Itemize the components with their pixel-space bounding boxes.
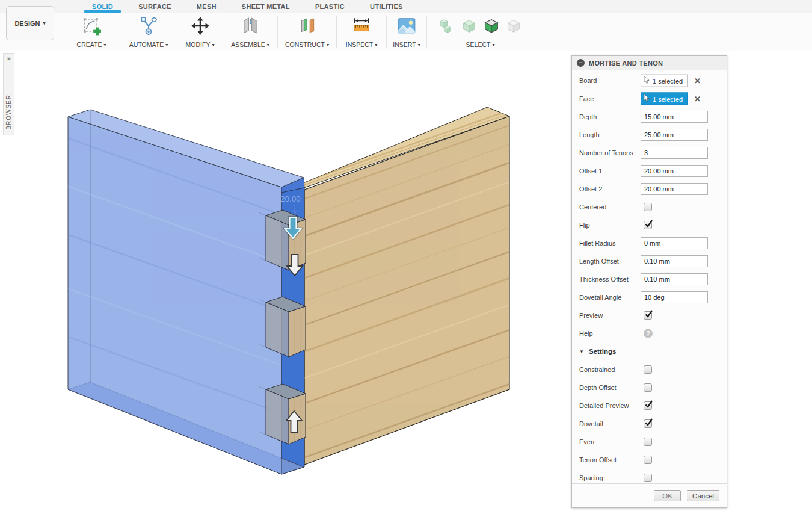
preview-label: Preview: [579, 312, 603, 319]
dovetail-angle-input[interactable]: [641, 291, 708, 303]
select-cube-light-icon[interactable]: [460, 16, 478, 36]
dropdown-caret-icon: ▾: [492, 42, 494, 48]
thickness-offset-label: Thickness Offset: [579, 276, 629, 283]
tab-utilities[interactable]: UTILITIES: [357, 0, 416, 13]
tab-solid[interactable]: SOLID: [79, 0, 126, 13]
face-selection-button[interactable]: 1 selected: [641, 93, 688, 105]
even-checkbox[interactable]: [644, 438, 652, 446]
detailed-preview-checkbox[interactable]: [644, 401, 652, 410]
tenon-board[interactable]: [277, 107, 523, 489]
dialog-row-offset-1: Offset 1: [572, 162, 727, 180]
inspect-label: INSPECT: [346, 41, 374, 48]
modify-label: MODIFY: [186, 41, 211, 48]
select-menu-button[interactable]: SELECT▾: [466, 41, 495, 48]
select-cube-pale-icon[interactable]: [505, 16, 523, 36]
number-of-tenons-input[interactable]: [641, 147, 708, 159]
select-cube-green-icon[interactable]: [482, 16, 500, 36]
inspect-icon[interactable]: [351, 16, 372, 36]
flip-checkbox[interactable]: [644, 221, 652, 229]
fillet-radius-input[interactable]: [641, 237, 708, 249]
insert-label: INSERT: [393, 41, 416, 48]
detailed-preview-label: Detailed Preview: [579, 402, 629, 409]
spacing-checkbox[interactable]: [644, 474, 652, 482]
dovetail-checkbox[interactable]: [644, 419, 652, 428]
browser-panel[interactable]: » BROWSER: [3, 53, 14, 135]
thickness-offset-input[interactable]: [641, 273, 708, 285]
insert-icon[interactable]: [396, 16, 417, 36]
tab-sheet-metal[interactable]: SHEET METAL: [229, 0, 303, 13]
depth-offset-checkbox[interactable]: [644, 383, 652, 392]
modify-menu-button[interactable]: MODIFY▾: [186, 41, 215, 48]
dialog-row-even: Even: [572, 433, 727, 451]
viewport-3d[interactable]: 20.00: [0, 51, 812, 517]
top-toolbar: SOLIDSURFACEMESHSHEET METALPLASTICUTILIT…: [0, 0, 812, 51]
tab-plastic[interactable]: PLASTIC: [303, 0, 357, 13]
section-collapse-icon[interactable]: ▼: [579, 349, 584, 354]
offset-1-label: Offset 1: [579, 167, 602, 175]
toolbar-group-assemble: ASSEMBLE▾: [223, 13, 277, 51]
assemble-menu-button[interactable]: ASSEMBLE▾: [231, 41, 269, 48]
dialog-row-thickness-offset: Thickness Offset: [572, 270, 727, 288]
tenon-offset-checkbox[interactable]: [644, 456, 652, 464]
tenon-previews[interactable]: [259, 210, 306, 444]
fillet-radius-label: Fillet Radius: [579, 240, 616, 247]
tab-mesh[interactable]: MESH: [184, 0, 229, 13]
board-selection-button[interactable]: 1 selected: [641, 75, 688, 87]
assemble-icon[interactable]: [240, 16, 260, 36]
depth-input[interactable]: [641, 111, 708, 123]
workspace-tabs: SOLIDSURFACEMESHSHEET METALPLASTICUTILIT…: [0, 0, 812, 13]
dialog-row-detailed-preview: Detailed Preview: [572, 397, 727, 415]
preview-checkbox[interactable]: [644, 311, 652, 320]
insert-menu-button[interactable]: INSERT▾: [393, 41, 420, 48]
select-bodies-icon[interactable]: [438, 16, 456, 36]
ok-button[interactable]: OK: [654, 490, 681, 501]
board-label: Board: [579, 77, 597, 84]
dropdown-caret-icon: ▾: [165, 42, 168, 48]
dialog-footer: OK Cancel: [572, 483, 727, 507]
design-menu-button[interactable]: DESIGN ▾: [6, 6, 54, 40]
centered-label: Centered: [579, 203, 606, 211]
centered-checkbox[interactable]: [644, 203, 652, 211]
dovetail-angle-label: Dovetail Angle: [579, 294, 621, 301]
construct-menu-button[interactable]: CONSTRUCT▾: [285, 41, 329, 48]
dropdown-caret-icon: ▾: [212, 42, 214, 48]
dialog-row-offset-2: Offset 2: [572, 180, 727, 198]
create-icon[interactable]: [81, 16, 102, 36]
offset-1-input[interactable]: [641, 165, 708, 177]
create-label: CREATE: [77, 41, 102, 48]
toolbar-group-insert: INSERT▾: [387, 13, 426, 51]
even-label: Even: [579, 438, 594, 445]
chevrons-right-icon[interactable]: »: [7, 55, 10, 62]
modify-icon[interactable]: [190, 16, 211, 36]
spacing-label: Spacing: [579, 474, 603, 481]
tab-surface[interactable]: SURFACE: [126, 0, 184, 13]
create-menu-button[interactable]: CREATE▾: [77, 41, 106, 48]
toolbar-group-inspect: INSPECT▾: [337, 13, 386, 51]
constrained-checkbox[interactable]: [644, 365, 652, 374]
toolbar-group-modify: MODIFY▾: [177, 13, 223, 51]
dialog-row-constrained: Constrained: [572, 361, 727, 379]
face-clear-button[interactable]: ✕: [694, 95, 701, 103]
dialog-row-depth-offset: Depth Offset: [572, 379, 727, 397]
settings-label: Settings: [589, 348, 616, 355]
dialog-header[interactable]: − MORTISE AND TENON: [572, 56, 727, 70]
dropdown-caret-icon: ▾: [103, 42, 106, 48]
depth-label: Depth: [579, 113, 597, 120]
dropdown-caret-icon: ▾: [418, 42, 420, 48]
dialog-row-length: Length: [572, 126, 727, 144]
offset-2-input[interactable]: [641, 183, 708, 195]
toolbar-group-automate: AUTOMATE▾: [120, 13, 177, 51]
dialog-row-board: Board1 selected✕: [572, 72, 727, 90]
help-button[interactable]: ?: [644, 329, 653, 338]
board-clear-button[interactable]: ✕: [694, 77, 701, 85]
length-input[interactable]: [641, 129, 708, 141]
dialog-row-dovetail-angle: Dovetail Angle: [572, 288, 727, 306]
number-of-tenons-label: Number of Tenons: [579, 149, 633, 156]
construct-icon[interactable]: [297, 16, 318, 36]
cancel-button[interactable]: Cancel: [687, 490, 719, 501]
inspect-menu-button[interactable]: INSPECT▾: [346, 41, 378, 48]
automate-icon[interactable]: [138, 16, 159, 36]
collapse-dialog-icon[interactable]: −: [577, 59, 585, 67]
automate-menu-button[interactable]: AUTOMATE▾: [129, 41, 168, 48]
length-offset-input[interactable]: [641, 255, 708, 267]
